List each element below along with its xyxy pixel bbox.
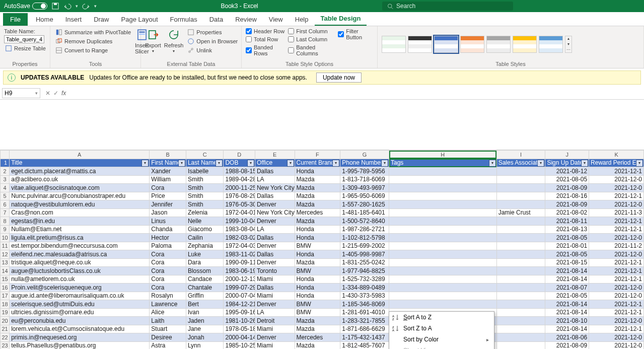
cell[interactable]: BMW <box>295 300 340 309</box>
cell[interactable]: Toronto <box>255 267 295 275</box>
row-header[interactable]: 2 <box>1 167 10 176</box>
cell[interactable]: 2021-12-1 <box>589 192 644 200</box>
tab-table-design[interactable]: Table Design <box>315 12 367 26</box>
cell[interactable]: Jason <box>150 208 186 217</box>
cell[interactable]: 2021-12-1 <box>589 217 644 226</box>
cell[interactable]: Paloma <box>150 242 186 250</box>
cell[interactable]: LA <box>255 225 295 234</box>
tab-data[interactable]: Data <box>203 13 229 26</box>
undo-icon[interactable] <box>63 2 71 10</box>
sort-z-to-a[interactable]: ZASort Z to A <box>389 323 494 334</box>
cell[interactable] <box>496 325 545 333</box>
cell[interactable]: 2021-12-1 <box>589 275 644 284</box>
cell[interactable] <box>389 184 497 192</box>
cell[interactable]: 2021-08-14 <box>545 267 589 275</box>
cell[interactable]: est.tempor.bibendum@neccursusa.com <box>10 242 150 250</box>
cell[interactable]: 1-405-998-9987 <box>340 250 389 259</box>
cell[interactable]: 1976-08-29 <box>224 192 255 200</box>
cell[interactable]: Dallas <box>255 192 295 200</box>
column-header-B[interactable]: B <box>150 151 186 159</box>
cell[interactable]: 2021-08-14 <box>545 325 589 333</box>
cell[interactable]: Ivan <box>186 308 224 317</box>
cell[interactable] <box>496 275 545 284</box>
cell[interactable]: primis.in@nequesed.org <box>10 333 150 342</box>
cell[interactable]: Detroit <box>255 317 295 325</box>
cell[interactable]: Cora <box>150 258 186 267</box>
last-column-checkbox[interactable]: Last Column <box>288 36 335 42</box>
cell[interactable]: William <box>150 175 186 184</box>
cell[interactable]: 2021-12-0 <box>589 317 644 325</box>
cell[interactable]: LA <box>255 308 295 317</box>
cell[interactable] <box>496 300 545 309</box>
filter-button-icon[interactable] <box>489 160 496 167</box>
cell[interactable]: Jane <box>186 325 224 333</box>
cell[interactable]: 2021-08-05 <box>545 175 589 184</box>
cell[interactable]: Cailin <box>186 234 224 242</box>
fx-icon[interactable]: fx <box>61 90 66 97</box>
cell[interactable]: Chanda <box>150 225 186 234</box>
table-row[interactable]: 7Cras@non.comJasonZelenia1972-04-01New Y… <box>1 208 644 217</box>
cell[interactable]: 1-309-493-9697 <box>340 184 389 192</box>
row-header[interactable]: 21 <box>1 325 10 333</box>
cell[interactable]: egestas@in.edu <box>10 217 150 226</box>
cell[interactable]: 1-481-185-6401 <box>340 208 389 217</box>
table-row[interactable]: 9Nullam@Etiam.netChandaGiacomo1983-08-04… <box>1 225 644 234</box>
filter-button-icon[interactable] <box>636 160 643 167</box>
cell[interactable]: 2021-08-11 <box>545 217 589 226</box>
row-header[interactable]: 7 <box>1 208 10 217</box>
cell[interactable]: New York City <box>255 208 295 217</box>
filter-button-icon[interactable] <box>537 160 544 167</box>
cell[interactable] <box>496 200 545 209</box>
cell[interactable]: Smith <box>186 184 224 192</box>
styles-more-button[interactable]: ▴▾⋯ <box>565 36 572 53</box>
table-row[interactable]: 20eu@perconubia.eduLaithJaden1981-10-26D… <box>1 317 644 325</box>
column-header-J[interactable]: J <box>545 151 589 159</box>
cell[interactable]: 2021-11-3 <box>589 208 644 217</box>
unlink-button[interactable]: Unlink <box>186 46 239 54</box>
cell[interactable]: Miami <box>255 292 295 300</box>
filter-button-icon[interactable] <box>141 160 149 167</box>
cell[interactable]: Denver <box>255 258 295 267</box>
row-header[interactable]: 11 <box>1 242 10 250</box>
cell[interactable]: 1-965-950-6069 <box>340 192 389 200</box>
cell[interactable]: 2021-12-0 <box>589 284 644 292</box>
cell[interactable]: Cora <box>150 275 186 284</box>
cell[interactable]: Nunc.pulvinar.arcu@conubianostraper.edu <box>10 192 150 200</box>
cell[interactable]: Zelenia <box>186 208 224 217</box>
table-row[interactable]: 12eleifend.nec.malesuada@atrisus.caCoraL… <box>1 250 644 259</box>
row-header[interactable]: 9 <box>1 225 10 234</box>
cell[interactable]: 1-812-485-7607 <box>340 341 389 349</box>
cell[interactable]: Hector <box>150 234 186 242</box>
cell[interactable]: 1-995-789-5956 <box>340 167 389 176</box>
cell[interactable]: Honda <box>295 250 340 259</box>
row-header[interactable]: 8 <box>1 217 10 226</box>
cell[interactable]: BMW <box>295 267 340 275</box>
table-name-input[interactable] <box>4 35 44 43</box>
cell[interactable] <box>389 267 497 275</box>
cell[interactable]: 2021-08-13 <box>545 225 589 234</box>
cell[interactable]: 1-813-718-6069 <box>340 175 389 184</box>
title-search[interactable] <box>382 2 513 11</box>
cell[interactable]: Griffin <box>186 292 224 300</box>
table-row[interactable]: 16Proin.velit@scelerisqueneque.orgCoraCh… <box>1 284 644 292</box>
cell[interactable]: Jamie Crust <box>496 208 545 217</box>
cell[interactable]: 2021-08-09 <box>545 184 589 192</box>
cell[interactable]: 1-525-732-3289 <box>340 275 389 284</box>
column-header-H[interactable]: H <box>389 151 497 159</box>
cell[interactable]: Jennifer <box>150 200 186 209</box>
cell[interactable]: 2021-12-1 <box>589 325 644 333</box>
cell[interactable] <box>389 208 497 217</box>
cell[interactable]: augue@luctuslobortisClass.co.uk <box>10 267 150 275</box>
cell[interactable]: Linus <box>150 217 186 226</box>
cell[interactable]: nulla@ametlorem.co.uk <box>10 275 150 284</box>
cell[interactable]: Mazda <box>295 175 340 184</box>
filter-button-icon[interactable] <box>581 160 588 167</box>
sort-a-to-z[interactable]: AZSort A to Z <box>389 312 494 323</box>
cell[interactable]: 1989-04-28 <box>224 175 255 184</box>
cell[interactable]: 2021-08-12 <box>545 167 589 176</box>
table-header-first-name[interactable]: First Name <box>150 159 186 167</box>
cell[interactable] <box>389 275 497 284</box>
cell[interactable] <box>389 167 497 176</box>
cell[interactable]: Proin.velit@scelerisqueneque.org <box>10 284 150 292</box>
table-row[interactable]: 13tristique.aliquet@neque.co.ukCoraDara1… <box>1 258 644 267</box>
